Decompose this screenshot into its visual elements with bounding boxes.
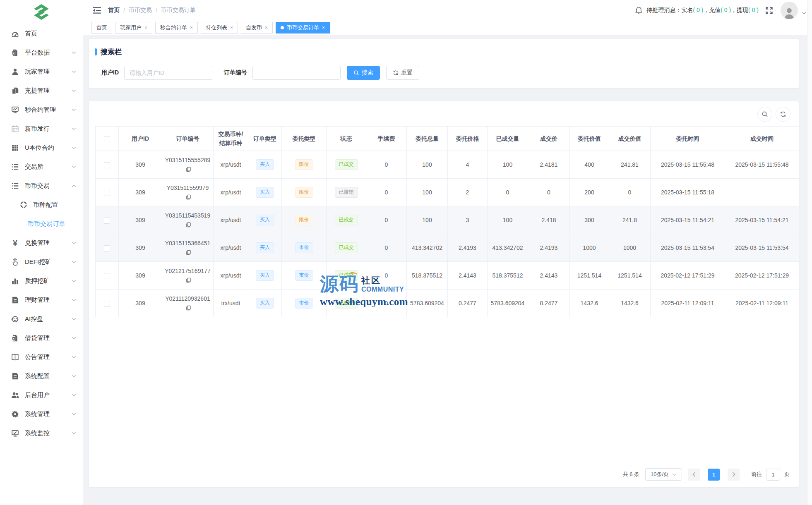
- chevron-down-icon: [72, 146, 76, 149]
- chevron-down-icon: [72, 89, 76, 92]
- select-all-checkbox[interactable]: [104, 136, 110, 142]
- breadcrumb-item[interactable]: 币币交易: [129, 7, 152, 14]
- avatar[interactable]: [781, 2, 798, 19]
- tab-自发币[interactable]: 自发币×: [241, 22, 273, 34]
- cell-user-id: 309: [119, 234, 162, 262]
- copy-icon[interactable]: [186, 167, 191, 172]
- sidebar-item-DEFI挖矿[interactable]: DEFI挖矿: [0, 252, 83, 271]
- cell-order-no: Y0315115453519: [162, 206, 214, 234]
- row-checkbox[interactable]: [104, 190, 110, 196]
- close-icon[interactable]: ×: [230, 25, 233, 31]
- sidebar-item-AI控盘[interactable]: AI控盘: [0, 309, 83, 328]
- sidebar-item-充提管理[interactable]: 充提管理: [0, 81, 83, 100]
- sidebar-subitem-币种配置[interactable]: 币种配置: [0, 195, 83, 214]
- sidebar-item-理财管理[interactable]: 理财管理: [0, 290, 83, 309]
- page-scrollbar[interactable]: [807, 0, 812, 505]
- sidebar-item-秒合约管理[interactable]: 秒合约管理: [0, 100, 83, 119]
- copyfile-icon: [11, 87, 19, 95]
- sidebar-item-交易所[interactable]: 交易所: [0, 157, 83, 176]
- close-icon[interactable]: ×: [190, 25, 193, 31]
- column-header: 委托时间: [651, 127, 725, 151]
- sidebar-item-币币交易[interactable]: 币币交易: [0, 176, 83, 195]
- arrow-right-icon: [732, 472, 735, 477]
- sidebar-item-U本位合约[interactable]: U本位合约: [0, 138, 83, 157]
- top-header: 首页/币币交易/币币交易订单 待处理消息：实名( 0 )，充值( 0 )，提现(…: [83, 0, 812, 21]
- copy-icon[interactable]: [186, 222, 191, 227]
- sidebar-item-系统监控[interactable]: 系统监控: [0, 424, 83, 443]
- cell-filled: 5783.609204: [488, 290, 528, 317]
- copy-icon[interactable]: [186, 250, 191, 255]
- tab-秒合约订单[interactable]: 秒合约订单×: [155, 22, 198, 34]
- total-count: 共 6 条: [623, 471, 639, 478]
- close-icon[interactable]: ×: [265, 25, 268, 31]
- fullscreen-icon[interactable]: [765, 7, 773, 14]
- column-header: 委托价格: [448, 127, 488, 151]
- sidebar-item-系统管理[interactable]: 系统管理: [0, 404, 83, 424]
- goto-page-input[interactable]: [766, 469, 780, 481]
- order-type-badge: 买入: [256, 298, 274, 308]
- column-header: 手续费: [366, 127, 407, 151]
- collapse-menu-icon[interactable]: [92, 7, 101, 14]
- tab-持仓列表[interactable]: 持仓列表×: [201, 22, 238, 34]
- gauge-icon: [11, 30, 19, 38]
- sidebar-item-后台用户[interactable]: 后台用户: [0, 385, 83, 404]
- table-row: 309Y0315115453519xrp/usdt买入限价已成交01003100…: [96, 206, 799, 234]
- close-icon[interactable]: ×: [144, 25, 147, 31]
- row-checkbox[interactable]: [104, 301, 110, 307]
- current-page[interactable]: 1: [708, 469, 720, 481]
- tab-玩家用户[interactable]: 玩家用户×: [115, 22, 152, 34]
- breadcrumb-item[interactable]: 首页: [108, 7, 120, 14]
- sidebar-item-label: 币币交易: [25, 182, 72, 190]
- user-id-input[interactable]: [124, 66, 212, 80]
- doc-icon: [11, 296, 19, 304]
- bell-icon[interactable]: [635, 7, 642, 14]
- order-no-input[interactable]: [252, 66, 341, 80]
- sidebar-item-质押挖矿[interactable]: 质押挖矿: [0, 271, 83, 290]
- tab-首页[interactable]: 首页: [91, 22, 112, 34]
- sidebar-item-label: 充提管理: [25, 87, 72, 95]
- row-checkbox[interactable]: [104, 245, 110, 251]
- cell-total: 518.375512: [407, 262, 448, 290]
- search-button[interactable]: 搜索: [347, 66, 380, 80]
- sidebar-item-玩家管理[interactable]: 玩家管理: [0, 62, 83, 81]
- cell-evalue: 1000: [570, 234, 609, 262]
- chevron-down-icon: [72, 280, 76, 282]
- sidebar-item-系统配置[interactable]: 系统配置: [0, 366, 83, 385]
- chevron-down-icon: [72, 413, 76, 416]
- chevron-down-icon: [72, 318, 76, 321]
- next-page-button[interactable]: [728, 469, 740, 481]
- sidebar-item-借贷管理[interactable]: 借贷管理: [0, 328, 83, 347]
- sidebar-item-新币发行[interactable]: 新币发行: [0, 119, 83, 138]
- status-badge: 已成交: [335, 159, 358, 170]
- sidebar-item-平台数据[interactable]: 平台数据: [0, 43, 83, 62]
- reset-button[interactable]: 重置: [386, 66, 419, 80]
- search-section-title: 搜索栏: [95, 47, 790, 57]
- tab-label: 持仓列表: [206, 24, 227, 31]
- sidebar-item-label: AI控盘: [25, 315, 72, 323]
- chevron-down-icon: [72, 337, 76, 340]
- cell-dtime: 2025-03-15 11:53:54: [725, 234, 799, 262]
- copy-icon[interactable]: [186, 194, 191, 200]
- cell-dtime: [725, 179, 799, 206]
- app-logo[interactable]: [0, 0, 83, 24]
- table-refresh-button[interactable]: [776, 107, 790, 122]
- sidebar-subitem-币币交易订单[interactable]: 币币交易订单: [0, 214, 83, 233]
- close-icon[interactable]: ×: [322, 25, 325, 31]
- row-checkbox[interactable]: [104, 273, 110, 279]
- chevron-down-icon: [72, 242, 76, 244]
- sidebar-item-首页[interactable]: 首页: [0, 24, 83, 43]
- copy-icon[interactable]: [186, 305, 191, 311]
- refresh-icon: [393, 70, 399, 76]
- prev-page-button[interactable]: [688, 469, 700, 481]
- copy-icon[interactable]: [186, 278, 191, 283]
- page-size-select[interactable]: 10条/页: [645, 468, 682, 481]
- sidebar-item-兑换管理[interactable]: 兑换管理: [0, 233, 83, 252]
- tab-币币交易订单[interactable]: 币币交易订单×: [276, 22, 330, 34]
- sidebar-item-label: 新币发行: [25, 125, 72, 133]
- user-dropdown-caret[interactable]: [802, 12, 806, 14]
- sidebar: 首页平台数据玩家管理充提管理秒合约管理新币发行U本位合约交易所币币交易币种配置币…: [0, 0, 83, 505]
- sidebar-item-公告管理[interactable]: 公告管理: [0, 347, 83, 366]
- row-checkbox[interactable]: [104, 218, 110, 224]
- table-search-button[interactable]: [757, 107, 772, 122]
- row-checkbox[interactable]: [104, 162, 110, 168]
